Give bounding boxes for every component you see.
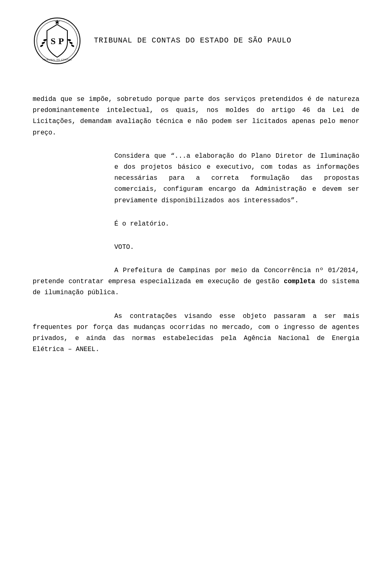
paragraph-1: medida que se impõe, sobretudo porque pa…	[33, 94, 359, 139]
svg-point-8	[40, 44, 44, 47]
svg-text:P: P	[58, 36, 64, 46]
paragraph-4: As contratações visando esse objeto pass…	[33, 311, 359, 356]
relatorio-section: É o relatório.	[33, 219, 359, 230]
relatorio-text: É o relatório.	[114, 220, 169, 228]
main-content: medida que se impõe, sobretudo porque pa…	[33, 94, 359, 355]
paragraph-2: Considera que “...a elaboração do Plano …	[33, 151, 359, 206]
svg-point-1	[37, 20, 78, 61]
svg-text:S: S	[51, 36, 56, 46]
voto-text: VOTO.	[114, 244, 134, 251]
logo-icon: S P TRIBUNAL DE CONTAS	[33, 16, 82, 65]
svg-point-13	[68, 39, 71, 41]
svg-text:TRIBUNAL DE CONTAS: TRIBUNAL DE CONTAS	[42, 58, 72, 61]
voto-section: VOTO.	[33, 242, 359, 253]
logo-container: S P TRIBUNAL DE CONTAS	[33, 16, 82, 65]
svg-point-10	[43, 39, 47, 41]
header: S P TRIBUNAL DE CONTAS	[33, 16, 359, 69]
paragraph-3: A Prefeitura de Campinas por meio da Con…	[33, 265, 359, 299]
paragraph-4-text: As contratações visando esse objeto pass…	[33, 313, 359, 353]
header-title: TRIBUNAL DE CONTAS DO ESTADO DE SÃO PAUL…	[94, 36, 292, 46]
svg-point-11	[71, 44, 75, 47]
page: S P TRIBUNAL DE CONTAS	[0, 0, 392, 568]
paragraph-3-intro: A Prefeitura de Campinas por meio da Con…	[33, 267, 359, 296]
paragraph-3-bold-text: completa	[284, 278, 315, 285]
header-title-text: TRIBUNAL DE CONTAS DO ESTADO DE SÃO PAUL…	[94, 36, 292, 45]
paragraph-1-text: medida que se impõe, sobretudo porque pa…	[33, 96, 359, 136]
paragraph-2-text: Considera que “...a elaboração do Plano …	[114, 152, 359, 204]
